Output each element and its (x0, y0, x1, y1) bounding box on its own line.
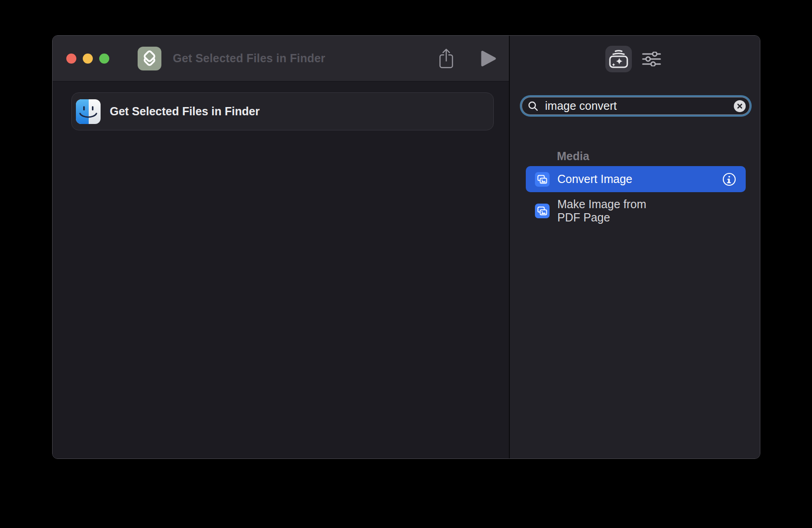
share-button[interactable] (437, 48, 455, 69)
search-field-inner (522, 97, 750, 115)
editor-pane: Get Selected Files in Finder (53, 36, 509, 458)
info-icon (722, 172, 737, 187)
tab-action-library[interactable] (605, 46, 632, 72)
photo-stack-icon (535, 204, 550, 218)
play-icon (481, 50, 496, 67)
finder-icon (76, 99, 101, 124)
result-label: Make Image from PDF Page (557, 195, 672, 227)
desktop: { "window": { "title": "Get Selected Fil… (0, 0, 812, 528)
close-window-button[interactable] (66, 54, 76, 64)
clear-search-button[interactable] (734, 100, 746, 112)
result-label: Convert Image (557, 172, 632, 186)
action-library-icon (608, 49, 629, 69)
run-shortcut-button[interactable] (481, 50, 496, 67)
action-card-get-selected-files[interactable]: Get Selected Files in Finder (71, 92, 494, 130)
action-library-panel: Media Convert Image (510, 36, 760, 458)
info-button[interactable] (722, 172, 737, 187)
xmark-icon (737, 103, 743, 109)
minimize-window-button[interactable] (83, 54, 93, 64)
shortcut-app-icon (138, 47, 161, 70)
photo-stack-icon (535, 172, 550, 187)
search-input[interactable] (544, 99, 734, 113)
search-icon (528, 101, 539, 112)
result-make-image-from-pdf-page[interactable]: Make Image from PDF Page (526, 194, 746, 228)
fullscreen-window-button[interactable] (99, 54, 109, 64)
search-field (520, 95, 752, 117)
traffic-lights (66, 54, 109, 64)
share-icon (437, 48, 455, 69)
result-convert-image[interactable]: Convert Image (526, 166, 746, 192)
tab-shortcut-details[interactable] (638, 46, 665, 72)
shortcut-canvas: Get Selected Files in Finder (53, 81, 509, 458)
panel-toolbar (510, 36, 760, 72)
titlebar-actions (437, 48, 496, 69)
action-card-label: Get Selected Files in Finder (110, 105, 260, 118)
search-results: Media Convert Image (526, 150, 746, 230)
section-header-media: Media (557, 150, 746, 162)
window-title: Get Selected Files in Finder (173, 52, 325, 65)
shortcuts-editor-window: Get Selected Files in Finder (52, 35, 760, 459)
shortcut-layers-icon (139, 48, 160, 69)
sliders-icon (642, 52, 661, 66)
titlebar: Get Selected Files in Finder (53, 36, 509, 81)
